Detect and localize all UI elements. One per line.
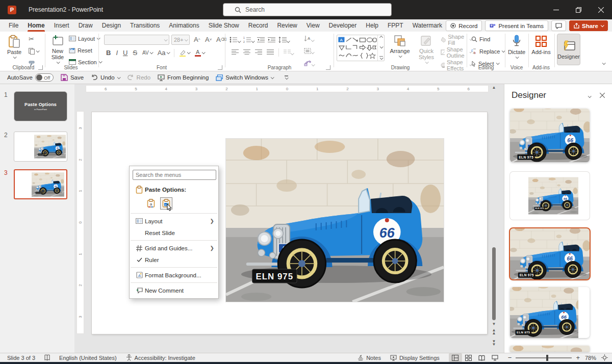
italic-button[interactable]: I xyxy=(114,48,120,58)
align-left-button[interactable] xyxy=(232,48,239,57)
design-suggestion-3-selected[interactable] xyxy=(510,228,590,279)
scroll-down-arrow[interactable]: ▼ xyxy=(491,322,497,326)
qat-overflow-button[interactable] xyxy=(285,75,288,79)
from-beginning-button[interactable]: From Beginning xyxy=(158,74,209,81)
strikethrough-button[interactable]: S xyxy=(131,48,139,58)
display-settings-button[interactable]: Display Settings xyxy=(390,355,440,361)
context-menu-layout[interactable]: Layout ❯ xyxy=(130,215,218,227)
autosave-switch[interactable]: Off xyxy=(35,73,54,82)
font-size-combo[interactable]: 28+ xyxy=(171,35,190,45)
layout-button[interactable]: Layout xyxy=(69,34,101,43)
copy-button[interactable] xyxy=(27,46,41,56)
new-slide-button[interactable]: New Slide xyxy=(47,33,68,64)
slide-3-thumbnail[interactable] xyxy=(14,169,67,199)
columns-button[interactable] xyxy=(284,48,293,57)
cut-button[interactable]: ✂ xyxy=(27,34,41,44)
designer-ribbon-button[interactable]: Designer xyxy=(557,34,580,65)
increase-indent-button[interactable] xyxy=(268,36,275,45)
paste-keep-text-only-button[interactable]: a xyxy=(145,197,157,210)
quick-styles-button[interactable]: Quick Styles xyxy=(414,33,439,64)
vertical-scrollbar[interactable]: ▲ ▼ ▲▲ ▼▼ xyxy=(491,85,497,353)
notes-button[interactable]: Notes xyxy=(358,355,381,361)
tab-file[interactable]: File xyxy=(4,19,23,32)
zoom-slider[interactable] xyxy=(516,357,572,358)
tab-insert[interactable]: Insert xyxy=(49,19,74,32)
tab-view[interactable]: View xyxy=(302,19,324,32)
paste-button[interactable]: Paste xyxy=(7,33,21,59)
zoom-out-button[interactable]: − xyxy=(508,354,512,361)
decrease-indent-button[interactable] xyxy=(257,36,265,45)
spell-check-button[interactable] xyxy=(44,354,50,361)
context-menu-ruler[interactable]: Ruler xyxy=(130,254,218,266)
zoom-level[interactable]: 78% xyxy=(585,355,596,361)
dictate-button[interactable]: Dictate xyxy=(506,33,527,59)
tab-developer[interactable]: Developer xyxy=(324,19,362,32)
tab-record[interactable]: Record xyxy=(244,19,273,32)
char-spacing-button[interactable]: AV xyxy=(140,48,155,58)
clipboard-dialog-launcher[interactable] xyxy=(38,65,43,70)
tab-slide-show[interactable]: Slide Show xyxy=(204,19,244,32)
numbering-button[interactable]: 12 xyxy=(243,36,254,45)
autosave-toggle[interactable]: AutoSave Off xyxy=(7,73,54,82)
tab-draw[interactable]: Draw xyxy=(74,19,97,32)
slideshow-view-button[interactable] xyxy=(489,353,502,362)
minimize-button[interactable] xyxy=(545,0,567,19)
shapes-gallery[interactable]: A xyxy=(337,35,385,61)
tab-review[interactable]: Review xyxy=(272,19,301,32)
context-menu-reset-slide[interactable]: Reset Slide xyxy=(130,227,218,239)
align-right-button[interactable] xyxy=(255,48,262,57)
align-center-button[interactable] xyxy=(243,48,250,57)
design-suggestion-4[interactable] xyxy=(510,287,590,338)
fit-to-window-button[interactable] xyxy=(601,354,608,361)
underline-button[interactable]: U xyxy=(121,48,130,58)
record-button[interactable]: Record xyxy=(446,20,482,31)
tab-help[interactable]: Help xyxy=(361,19,383,32)
tab-transitions[interactable]: Transitions xyxy=(125,19,164,32)
justify-button[interactable] xyxy=(267,48,274,57)
font-dialog-launcher[interactable] xyxy=(218,65,222,70)
designer-collapse-button[interactable] xyxy=(588,91,591,100)
normal-view-button[interactable] xyxy=(449,353,462,362)
change-case-button[interactable]: Aa xyxy=(156,48,171,58)
slide-indicator[interactable]: Slide 3 of 3 xyxy=(7,355,35,361)
redo-button[interactable]: Redo xyxy=(127,74,151,81)
bullets-button[interactable] xyxy=(230,36,240,45)
share-button[interactable]: Share xyxy=(569,20,608,31)
bold-button[interactable]: B xyxy=(104,48,113,58)
undo-button[interactable]: Undo xyxy=(91,74,120,81)
design-suggestion-2[interactable] xyxy=(510,172,590,220)
scrollbar-thumb[interactable] xyxy=(492,247,496,320)
tab-home[interactable]: Home xyxy=(23,19,49,32)
slide-2-thumbnail[interactable] xyxy=(14,132,67,162)
slide-sorter-view-button[interactable] xyxy=(462,353,475,362)
reset-button[interactable]: Reset xyxy=(69,45,101,55)
save-button[interactable]: Save xyxy=(61,74,84,81)
paste-picture-button[interactable] xyxy=(160,197,172,210)
font-name-combo[interactable] xyxy=(104,35,169,45)
find-button[interactable]: Find xyxy=(471,34,504,44)
context-menu-format-background[interactable]: Format Background... xyxy=(130,269,218,281)
tab-watermark[interactable]: Watermark xyxy=(408,19,447,32)
slide-1-thumbnail[interactable]: Paste Options in PowerPoint xyxy=(14,91,67,121)
increase-font-button[interactable]: A^ xyxy=(192,35,202,44)
align-text-button[interactable] xyxy=(304,47,314,56)
zoom-in-button[interactable]: + xyxy=(576,354,580,361)
paragraph-dialog-launcher[interactable] xyxy=(326,65,330,70)
language-indicator[interactable]: English (United States) xyxy=(59,355,117,361)
designer-close-button[interactable] xyxy=(600,91,605,100)
text-direction-button[interactable]: A xyxy=(304,35,314,44)
font-color-button[interactable]: A xyxy=(193,48,207,58)
reading-view-button[interactable] xyxy=(475,353,489,362)
context-menu-search-input[interactable] xyxy=(133,170,216,180)
design-suggestion-5-partial[interactable] xyxy=(510,346,590,352)
addins-button[interactable]: Add-ins xyxy=(530,33,552,55)
context-menu-new-comment[interactable]: New Comment xyxy=(130,284,218,296)
context-menu-grid-and-guides[interactable]: Grid and Guides... ❯ xyxy=(130,242,218,254)
previous-slide-button[interactable]: ▲▲ xyxy=(491,329,497,335)
line-spacing-button[interactable] xyxy=(278,36,289,45)
scroll-up-arrow[interactable]: ▲ xyxy=(491,85,497,90)
text-highlight-button[interactable] xyxy=(177,48,192,58)
close-button[interactable] xyxy=(590,0,612,19)
accessibility-checker[interactable]: Accessibility: Investigate xyxy=(126,354,195,361)
present-in-teams-button[interactable]: Present in Teams xyxy=(485,20,548,31)
